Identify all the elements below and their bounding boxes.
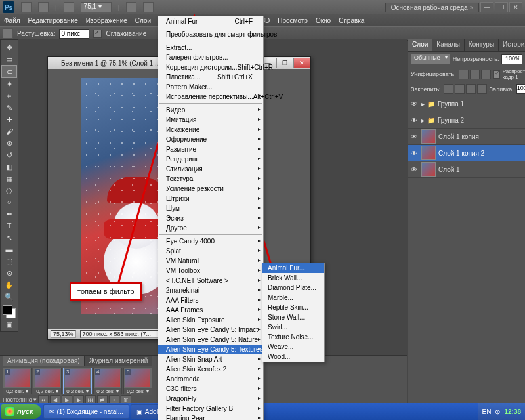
brush-tool[interactable]: 🖌 [2,125,16,137]
fill-input[interactable]: 100% [516,84,525,94]
history-brush-tool[interactable]: ↺ [2,149,16,161]
filter-item[interactable]: Другое [158,223,263,233]
mb-icon[interactable] [38,2,49,12]
lock-pixels-icon[interactable] [455,84,465,94]
feather-input[interactable] [59,29,89,39]
filter-item[interactable]: Искажение [158,125,263,135]
submenu-item[interactable]: Marble... [262,293,324,303]
filter-item[interactable]: Галерея фильтров... [158,52,263,62]
filter-item[interactable]: Шум [158,203,263,213]
task-button-inbox[interactable]: ✉ (1) Входящие - natal... [43,404,129,419]
menu-help[interactable]: Справка [335,17,368,24]
unify-pos-icon[interactable] [459,70,469,79]
filter-item[interactable]: C3C filters [158,384,263,394]
unify-vis-icon[interactable] [470,70,480,79]
filter-item[interactable]: Andromeda [158,374,263,384]
filter-item[interactable]: DragonFly [158,394,263,404]
status-zoom[interactable]: 75,13% [51,330,76,338]
filter-item[interactable]: 2manekinai [158,285,263,295]
filter-item[interactable]: AAA Filters [158,295,263,305]
3d-camera-tool[interactable]: ⊙ [2,267,16,279]
lasso-tool[interactable]: ⊂ [1,65,17,78]
eraser-tool[interactable]: ◧ [2,161,16,173]
layer-row[interactable]: 👁▸📁Группа 2 [408,112,525,129]
tab-animation[interactable]: Анимация (покадровая) [3,356,85,366]
hand-tool-icon[interactable] [64,2,74,12]
dodge-tool[interactable]: ○ [2,196,16,208]
animation-frame[interactable]: 10,2 сек. ▾ [3,368,32,394]
foreground-color[interactable] [3,305,12,315]
heal-tool[interactable]: ✚ [2,114,16,125]
submenu-item[interactable]: Reptile Skin... [262,303,324,312]
filter-item[interactable]: VM Toolbox [158,266,263,276]
filter-item[interactable]: VM Natural [158,256,263,266]
quickmask-icon[interactable]: ▣ [2,318,16,330]
tab-channels[interactable]: Каналы [432,39,465,51]
filter-item[interactable]: Eye Candy 4000 [158,236,263,246]
submenu-item[interactable]: Wood... [262,352,324,362]
filter-item[interactable]: Имитация [158,115,263,125]
filter-item[interactable]: Эскиз [158,213,263,223]
arrange-icon[interactable] [143,2,154,12]
tab-measurement[interactable]: Журнал измерений [85,356,153,366]
minimize-button[interactable]: — [480,2,494,12]
menu-edit[interactable]: Редактирование [24,17,82,24]
animation-frame[interactable]: 30,2 сек. ▾ [63,368,92,394]
filter-item[interactable]: Видео [158,105,263,115]
eyedropper-tool[interactable]: ✎ [2,102,16,114]
crop-tool[interactable]: ⌗ [2,90,16,102]
doc-close-button[interactable]: ✕ [293,58,310,68]
submenu-item[interactable]: Stone Wall... [262,312,324,322]
zoom-level-field[interactable]: 75,1 ▾ [81,2,112,12]
animation-frame[interactable]: 50,2 сек. ▾ [123,368,152,394]
submenu-animal-fur[interactable]: Animal Fur... [262,263,324,273]
filter-eyecandy-textures[interactable]: Alien Skin Eye Candy 5: Textures [158,345,263,354]
gradient-tool[interactable]: ▦ [2,173,16,184]
path-tool[interactable]: ↖ [2,232,16,243]
filter-item[interactable]: Пластика...Shift+Ctrl+X [158,72,263,82]
folder-arrow-icon[interactable]: ▸ [421,100,425,108]
blur-tool[interactable]: ◌ [2,184,16,196]
filter-item[interactable]: Коррекция дисторсии...Shift+Ctrl+R [158,62,263,72]
layer-row[interactable]: 👁▸📁Группа 1 [408,96,525,112]
tab-layers[interactable]: Слои [408,39,432,51]
filter-item[interactable]: AAA Frames [158,305,263,315]
start-button[interactable]: пуск [1,404,41,419]
lock-all-icon[interactable] [477,84,487,94]
animation-frame[interactable]: 20,2 сек. ▾ [33,368,62,394]
antialias-checkbox[interactable] [93,30,102,38]
doc-maximize-button[interactable]: ❐ [276,58,293,68]
screen-mode-icon[interactable] [126,2,136,12]
marquee-tool[interactable]: ▭ [2,53,16,65]
filter-item[interactable]: Alien Skin Xenofex 2 [158,364,263,374]
layer-row[interactable]: 👁Слой 1 копия 2 [408,145,525,161]
folder-arrow-icon[interactable]: ▸ [421,117,425,124]
filter-item[interactable]: Splat [158,246,263,256]
loop-select[interactable]: Постоянно [3,396,32,403]
animation-frame[interactable]: 40,2 сек. ▾ [93,368,122,394]
filter-item[interactable]: Alien Skin Eye Candy 5: Nature [158,335,263,345]
pen-tool[interactable]: ✒ [2,208,16,220]
hand-tool[interactable]: ✋ [2,279,16,291]
tray-clock[interactable]: 12:38 [504,408,521,415]
filter-item[interactable]: Alien Skin Snap Art [158,354,263,364]
type-tool[interactable]: T [2,220,16,232]
wand-tool[interactable]: ✦ [2,78,16,90]
submenu-item[interactable]: Texture Noise... [262,332,324,342]
tab-paths[interactable]: Контуры [465,39,499,51]
filter-smartconvert[interactable]: Преобразовать для смарт-фильтров [158,30,263,39]
tab-history[interactable]: История [499,39,525,51]
close-button[interactable]: ✕ [509,2,522,12]
layer-row[interactable]: 👁Слой 1 [408,161,525,178]
visibility-icon[interactable]: 👁 [410,165,419,174]
propagate-checkbox[interactable] [494,70,500,79]
bridge-icon[interactable] [21,2,32,12]
submenu-item[interactable]: Weave... [262,342,324,352]
filter-item[interactable]: Оформление [158,135,263,144]
visibility-icon[interactable]: 👁 [410,132,419,141]
maximize-button[interactable]: ❐ [495,2,508,12]
shape-tool[interactable]: ▬ [2,243,16,255]
filter-item[interactable]: < I.C.NET Software > [158,276,263,285]
submenu-item[interactable]: Swirl... [262,322,324,332]
filter-item[interactable]: Filter Factory Gallery B [158,404,263,413]
